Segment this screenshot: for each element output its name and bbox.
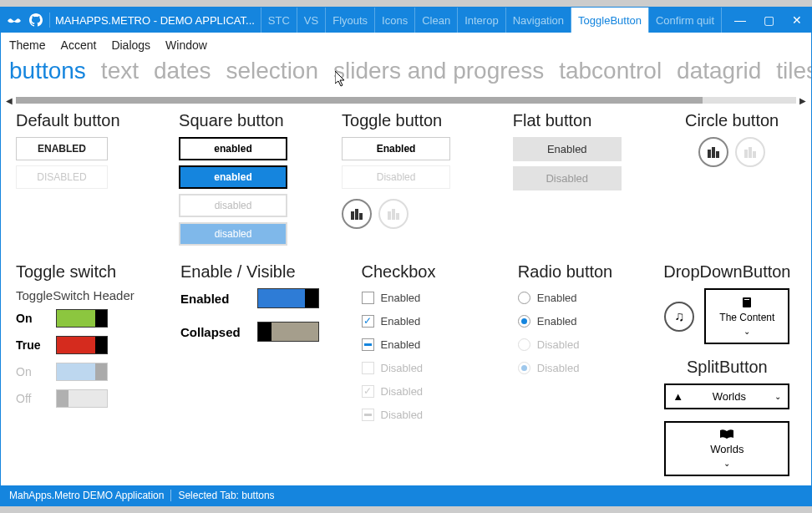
city-icon bbox=[386, 206, 401, 221]
svg-rect-4 bbox=[392, 209, 395, 220]
status-selected: Selected Tab: buttons bbox=[178, 490, 274, 501]
svg-rect-0 bbox=[351, 211, 354, 220]
split-button-2[interactable]: Worlds ⌄ bbox=[664, 421, 789, 476]
chevron-down-icon: ⌄ bbox=[743, 327, 750, 336]
warning-icon: ▲ bbox=[672, 390, 683, 403]
bigtab-tabcontrol[interactable]: tabcontrol bbox=[559, 58, 662, 84]
tab-interop[interactable]: Interop bbox=[457, 8, 505, 33]
divider-icon bbox=[49, 13, 50, 28]
toggle-switch-title: Toggle switch bbox=[16, 262, 162, 282]
tab-navigation[interactable]: Navigation bbox=[505, 8, 571, 33]
bigtab-selection[interactable]: selection bbox=[226, 58, 319, 84]
checkbox-indeterminate[interactable] bbox=[362, 338, 374, 351]
dropdown-circle-button[interactable]: ♫ bbox=[664, 302, 694, 332]
checkbox-title: Checkbox bbox=[362, 262, 500, 282]
square-enabled-1[interactable]: enabled bbox=[179, 137, 287, 160]
svg-rect-13 bbox=[744, 299, 749, 300]
app-window: MAHAPPS.METRO - DEMO APPLICAT... STC VS … bbox=[0, 7, 812, 506]
toggle-circle-1[interactable] bbox=[342, 199, 372, 229]
svg-rect-7 bbox=[712, 147, 715, 158]
content: Default button ENABLED DISABLED Square b… bbox=[1, 106, 811, 485]
switch-true-red[interactable] bbox=[56, 336, 108, 354]
switch-on-green[interactable] bbox=[56, 309, 108, 328]
toggle-button-title: Toggle button bbox=[342, 111, 495, 130]
chevron-down-icon: ⌄ bbox=[774, 392, 781, 401]
mustache-icon bbox=[6, 14, 23, 26]
maximize-button[interactable]: ▢ bbox=[754, 8, 783, 33]
close-button[interactable]: ✕ bbox=[783, 8, 811, 33]
chevron-down-icon: ⌄ bbox=[723, 459, 730, 468]
menu-theme[interactable]: Theme bbox=[9, 38, 46, 52]
radio-checked[interactable] bbox=[518, 315, 530, 328]
toggle-switch-header: ToggleSwitch Header bbox=[16, 288, 162, 302]
square-enabled-2[interactable]: enabled bbox=[179, 165, 287, 189]
ev-enabled-label: Enabled bbox=[180, 292, 246, 306]
tab-flyouts[interactable]: Flyouts bbox=[325, 8, 375, 33]
bigtab-tiles[interactable]: tiles bbox=[776, 58, 811, 84]
svg-rect-8 bbox=[716, 151, 719, 158]
ev-collapsed-label: Collapsed bbox=[180, 325, 246, 339]
statusbar: MahApps.Metro DEMO Application Selected … bbox=[1, 485, 811, 505]
tab-vs[interactable]: VS bbox=[297, 8, 326, 33]
circle-button-title: Circle button bbox=[685, 111, 779, 130]
bigtab-buttons[interactable]: buttons bbox=[9, 58, 86, 84]
switch-on-disabled bbox=[56, 363, 108, 381]
menu-dialogs[interactable]: Dialogs bbox=[111, 38, 150, 52]
enable-visible-title: Enable / Visible bbox=[180, 262, 343, 282]
svg-rect-11 bbox=[753, 151, 756, 158]
bigtab-datagrid[interactable]: datagrid bbox=[677, 58, 761, 84]
minimize-button[interactable]: — bbox=[726, 8, 754, 33]
status-app: MahApps.Metro DEMO Application bbox=[9, 490, 164, 501]
radio-unchecked-dis bbox=[518, 338, 530, 351]
svg-rect-1 bbox=[355, 209, 358, 220]
switch-off-disabled bbox=[56, 389, 108, 408]
city-icon bbox=[743, 145, 758, 160]
svg-rect-3 bbox=[388, 211, 391, 220]
square-disabled-1: disabled bbox=[179, 194, 287, 217]
circle-enabled[interactable] bbox=[698, 137, 728, 167]
square-button-title: Square button bbox=[179, 111, 323, 130]
toggle-enabled[interactable]: Enabled bbox=[342, 137, 450, 160]
dropdown-content-button[interactable]: The Content ⌄ bbox=[704, 288, 789, 344]
ev-enabled-switch[interactable] bbox=[257, 288, 319, 308]
city-icon bbox=[706, 145, 721, 160]
default-enabled-button[interactable]: ENABLED bbox=[16, 137, 108, 160]
scroll-track[interactable] bbox=[16, 97, 796, 104]
cb-label: Disabled bbox=[381, 362, 424, 374]
city-icon bbox=[349, 206, 364, 221]
menubar: Theme Accent Dialogs Window bbox=[1, 33, 811, 58]
rb-label: Disabled bbox=[537, 362, 580, 374]
window-title: MAHAPPS.METRO - DEMO APPLICAT... bbox=[55, 14, 255, 27]
switch-label-on: On bbox=[16, 312, 48, 325]
menu-window[interactable]: Window bbox=[165, 38, 207, 52]
checkbox-checked[interactable]: ✓ bbox=[362, 315, 374, 328]
cb-label: Enabled bbox=[381, 338, 421, 351]
split-button-1[interactable]: ▲ Worlds ⌄ bbox=[664, 383, 789, 409]
radio-unchecked[interactable] bbox=[518, 292, 530, 304]
dropdown-title: DropDownButton bbox=[663, 262, 790, 282]
split-label: Worlds bbox=[713, 390, 746, 403]
bigtab-scroll: ◀ ▶ bbox=[1, 94, 811, 106]
flat-enabled[interactable]: Enabled bbox=[513, 137, 622, 161]
bigtab-sliders[interactable]: sliders and progress bbox=[333, 58, 544, 84]
svg-rect-10 bbox=[749, 147, 752, 158]
default-disabled-button: DISABLED bbox=[16, 165, 108, 189]
tab-confirm-quit[interactable]: Confirm quit bbox=[648, 8, 722, 33]
scroll-left-icon[interactable]: ◀ bbox=[6, 96, 13, 105]
tab-icons[interactable]: Icons bbox=[374, 8, 415, 33]
tab-togglebutton[interactable]: ToggleButton bbox=[571, 8, 649, 33]
tab-clean[interactable]: Clean bbox=[414, 8, 458, 33]
scroll-thumb[interactable] bbox=[16, 97, 703, 104]
bigtab-dates[interactable]: dates bbox=[154, 58, 211, 84]
bigtab-text[interactable]: text bbox=[101, 58, 139, 84]
titlebar[interactable]: MAHAPPS.METRO - DEMO APPLICAT... STC VS … bbox=[1, 8, 811, 33]
scroll-right-icon[interactable]: ▶ bbox=[799, 96, 806, 105]
switch-label-off-dis: Off bbox=[16, 392, 48, 405]
ev-collapsed-switch[interactable] bbox=[257, 322, 319, 342]
menu-accent[interactable]: Accent bbox=[61, 38, 97, 52]
svg-rect-12 bbox=[743, 297, 751, 307]
svg-rect-2 bbox=[359, 213, 363, 220]
github-icon[interactable] bbox=[29, 13, 43, 27]
checkbox-unchecked[interactable] bbox=[362, 292, 374, 304]
tab-stc[interactable]: STC bbox=[261, 8, 297, 33]
